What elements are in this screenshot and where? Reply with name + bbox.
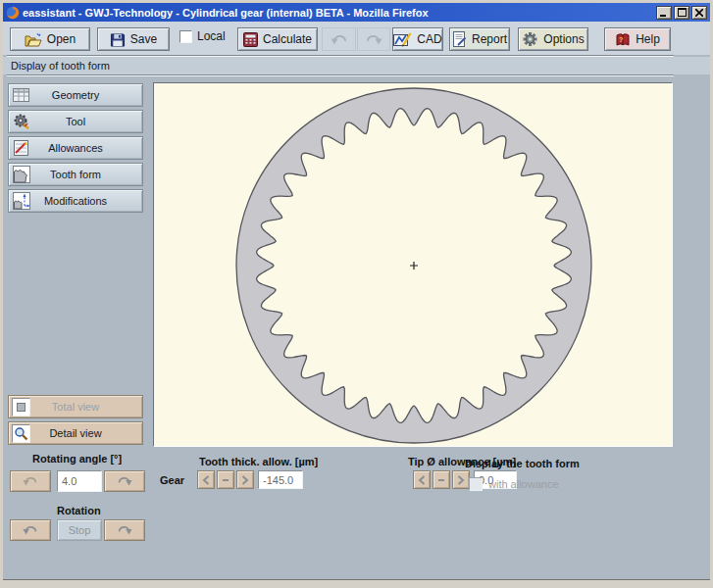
toolbar: Open Save Local Calcula (3, 22, 710, 55)
help-label: Help (636, 32, 660, 46)
header-separator (7, 74, 674, 76)
tip-allowance-reset-button[interactable] (433, 470, 450, 489)
total-view-button[interactable]: Total view (8, 395, 143, 418)
rotation-cw-button[interactable] (104, 519, 145, 541)
save-disk-icon (110, 32, 126, 47)
magnifier-icon (14, 426, 28, 441)
minimize-icon (660, 9, 668, 17)
sidebar-item-tooth-form[interactable]: Tooth form (8, 163, 143, 186)
close-icon (695, 9, 703, 17)
options-button[interactable]: Options (518, 27, 588, 51)
firefox-icon (6, 6, 20, 20)
tooth-thickness-allowance-label: Tooth thick. allow. [µm] (199, 456, 318, 467)
calculate-label: Calculate (263, 32, 312, 46)
rotation-label: Rotation (57, 505, 101, 516)
open-label: Open (47, 32, 76, 46)
save-button[interactable]: Save (97, 27, 170, 51)
rotate-ccw-icon (23, 524, 38, 536)
gear-svg (154, 83, 672, 446)
redo-button[interactable] (357, 27, 390, 51)
status-header-text: Display of tooth form (11, 60, 110, 72)
allowances-chart-icon (12, 139, 31, 158)
open-button[interactable]: Open (10, 27, 90, 51)
chevron-right-icon (457, 475, 465, 485)
tooth-thick-reset-button[interactable] (217, 470, 234, 489)
local-label: Local (197, 29, 226, 43)
stop-label: Stop (69, 524, 91, 536)
tooth-form-canvas[interactable] (153, 82, 673, 447)
sidebar-item-allowances[interactable]: Allowances (8, 136, 143, 160)
cad-icon (393, 31, 412, 47)
minus-icon (222, 475, 229, 485)
sidebar-item-geometry[interactable]: Geometry (8, 83, 143, 107)
window-title: eassistant - GWJ-Technology - Cylindrica… (23, 7, 656, 19)
modifications-icon (12, 192, 31, 211)
chevron-right-icon (241, 475, 249, 485)
tool-gears-icon (12, 113, 31, 131)
options-label: Options (543, 32, 584, 46)
cad-button[interactable]: CAD (392, 27, 443, 51)
report-button[interactable]: Report (449, 27, 510, 51)
sidebar-item-modifications[interactable]: Modifications (8, 189, 143, 213)
app-window: eassistant - GWJ-Technology - Cylindrica… (0, 0, 713, 588)
rotation-ccw-button[interactable] (10, 519, 51, 541)
rotation-stop-button[interactable]: Stop (57, 519, 102, 541)
with-allowance-label: with allowance (488, 478, 559, 490)
with-allowance-checkbox[interactable] (469, 477, 483, 491)
rotating-angle-input[interactable] (57, 470, 102, 492)
geometry-grid-icon (12, 86, 31, 105)
display-tooth-form-label: Display the tooth form (465, 458, 580, 469)
open-folder-icon (25, 32, 42, 47)
total-view-icon (16, 402, 26, 413)
tooth-thick-increase-button[interactable] (236, 470, 254, 489)
tooth-thick-decrease-button[interactable] (197, 470, 215, 489)
tooth-form-icon (12, 166, 31, 184)
help-button[interactable]: ? Help (604, 27, 671, 51)
chevron-left-icon (202, 475, 210, 485)
options-gear-icon (522, 31, 538, 47)
rotate-left-step-button[interactable] (10, 470, 51, 492)
rotate-right-step-button[interactable] (104, 470, 145, 492)
rotate-ccw-icon (23, 475, 38, 487)
svg-text:?: ? (619, 36, 623, 43)
cad-label: CAD (417, 32, 441, 46)
maximize-icon (678, 8, 687, 17)
minus-icon (437, 475, 445, 485)
undo-button[interactable] (322, 27, 356, 51)
sidebar-item-tool[interactable]: Tool (8, 110, 143, 133)
status-header: Display of tooth form (3, 57, 710, 74)
detail-view-button[interactable]: Detail view (8, 421, 143, 445)
tooth-thickness-allowance-input[interactable] (258, 470, 303, 489)
tip-allowance-decrease-button[interactable] (413, 470, 431, 489)
minimize-button[interactable] (656, 6, 672, 20)
close-button[interactable] (691, 6, 707, 20)
titlebar[interactable]: eassistant - GWJ-Technology - Cylindrica… (3, 3, 710, 22)
calculate-button[interactable]: Calculate (237, 27, 318, 51)
rotating-angle-label: Rotating angle [°] (32, 453, 122, 465)
report-label: Report (472, 32, 507, 46)
tip-allowance-increase-button[interactable] (452, 470, 470, 489)
save-label: Save (130, 32, 157, 46)
chevron-left-icon (418, 475, 426, 485)
gear-row-label: Gear (160, 474, 184, 486)
undo-icon (331, 33, 348, 46)
center-marker (410, 262, 418, 270)
window-bottom-frame (3, 579, 710, 588)
report-icon (452, 31, 467, 47)
maximize-button[interactable] (674, 6, 689, 20)
local-checkbox[interactable] (179, 30, 192, 43)
calculator-icon (243, 32, 258, 47)
help-book-icon: ? (615, 32, 631, 47)
rotate-cw-icon (117, 524, 132, 536)
rotate-cw-icon (117, 475, 132, 487)
redo-icon (365, 33, 382, 46)
